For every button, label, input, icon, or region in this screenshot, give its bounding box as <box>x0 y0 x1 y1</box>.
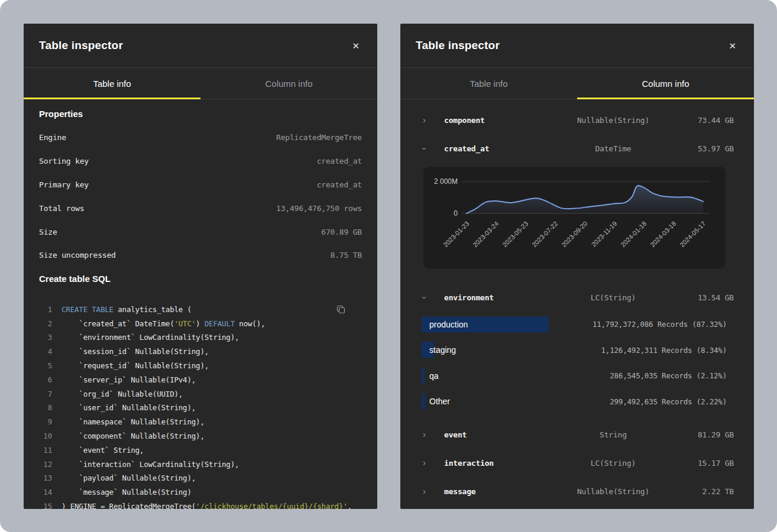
column-row-message[interactable]: › message Nullable(String) 2.22 TB <box>416 477 739 505</box>
column-info-content: › component Nullable(String) 73.44 GB › … <box>400 99 754 509</box>
column-name: created_at <box>444 144 556 153</box>
created-at-chart-card: 2 000M02023-01-232023-03-242023-05-23202… <box>423 167 726 269</box>
copy-icon[interactable] <box>335 304 347 317</box>
table-inspector-dialog-table-info: Table inspector ✕ Table info Column info… <box>24 24 377 509</box>
sql-line-number: 5 <box>39 359 52 373</box>
column-size: 81.29 GB <box>670 430 739 439</box>
svg-text:2 000M: 2 000M <box>434 177 458 186</box>
sql-line-code: `interaction` LowCardinality(String), <box>61 458 239 472</box>
property-label: Size <box>39 228 57 236</box>
svg-text:2023-03-24: 2023-03-24 <box>471 220 500 248</box>
column-name: message <box>444 487 556 496</box>
property-row: Size 670.89 GB <box>39 220 362 244</box>
sql-lines: 1 CREATE TABLE analytics_table ( 2 `crea… <box>39 303 362 509</box>
svg-text:2024-01-18: 2024-01-18 <box>619 220 648 248</box>
column-size: 2.22 TB <box>670 487 739 496</box>
column-type: LC(String) <box>556 293 670 302</box>
column-type: DateTime <box>556 144 670 153</box>
sql-line-code: `environment` LowCardinality(String), <box>61 330 239 345</box>
tab-bar: Table info Column info <box>24 68 377 99</box>
column-type: Nullable(String) <box>556 487 670 496</box>
sql-line-code: `user_id` Nullable(String), <box>61 401 196 415</box>
sql-line: 6 `server_ip` Nullable(IPv4), <box>39 373 362 387</box>
property-label: Total rows <box>39 204 84 213</box>
environment-value-distribution: production 11,792,372,086 Records (87.32… <box>416 312 739 414</box>
column-row-created_at[interactable]: › created_at DateTime 53.97 GB <box>416 134 739 163</box>
property-value: created_at <box>317 157 362 166</box>
property-row: Size uncompressed 8.75 TB <box>39 244 362 267</box>
chevron-down-icon[interactable]: › <box>420 296 429 299</box>
property-row: Total rows 13,496,476,750 rows <box>39 196 362 220</box>
tab-table-info[interactable]: Table info <box>400 68 577 99</box>
value-distribution-row: qa 286,545,035 Records (2.12%) <box>416 363 739 389</box>
close-icon[interactable]: ✕ <box>349 39 362 53</box>
tab-table-info[interactable]: Table info <box>24 68 200 99</box>
svg-text:0: 0 <box>454 209 458 218</box>
sql-line-number: 15 <box>39 499 52 509</box>
sql-line: 15 ) ENGINE = ReplicatedMergeTree('/clic… <box>39 499 362 509</box>
sql-line-code: `request_id` Nullable(String), <box>61 359 209 373</box>
value-label: Other <box>422 397 450 406</box>
value-label: production <box>422 320 468 329</box>
dialog-header: Table inspector ✕ <box>400 24 754 68</box>
column-name: interaction <box>444 459 556 468</box>
chevron-right-icon[interactable]: › <box>423 430 426 439</box>
sql-line-number: 3 <box>39 330 52 345</box>
value-distribution-row: Other 299,492,635 Records (2.22%) <box>416 389 739 415</box>
column-row-event[interactable]: › event String 81.29 GB <box>416 420 739 449</box>
table-info-content: Properties Engine ReplicatedMergeTree So… <box>24 99 377 509</box>
sql-line-number: 8 <box>39 401 52 415</box>
value-distribution-row: staging 1,126,492,311 Records (8.34%) <box>416 338 739 364</box>
sql-line: 7 `org_id` Nullable(UUID), <box>39 387 362 401</box>
sql-line-number: 11 <box>39 443 52 458</box>
sql-line-code: `server_ip` Nullable(IPv4), <box>61 373 196 387</box>
sql-line-code: `message` Nullable(String) <box>61 485 192 499</box>
close-icon[interactable]: ✕ <box>726 39 739 53</box>
sql-line: 13 `payload` Nullable(String), <box>39 471 362 485</box>
column-row-component[interactable]: › component Nullable(String) 73.44 GB <box>416 106 739 134</box>
chevron-right-icon[interactable]: › <box>423 115 426 124</box>
svg-text:2023-09-20: 2023-09-20 <box>560 220 588 248</box>
property-value: ReplicatedMergeTree <box>276 133 362 142</box>
value-label: qa <box>422 371 439 381</box>
column-size: 15.17 GB <box>670 459 739 468</box>
tab-bar: Table info Column info <box>400 68 754 99</box>
properties-heading: Properties <box>39 109 362 119</box>
tab-column-info[interactable]: Column info <box>577 68 754 99</box>
property-row: Engine ReplicatedMergeTree <box>39 126 362 150</box>
sql-line-number: 13 <box>39 471 52 485</box>
sql-line: 11 `event` String, <box>39 443 362 458</box>
sql-line-number: 10 <box>39 429 52 443</box>
sql-code-block: 1 CREATE TABLE analytics_table ( 2 `crea… <box>39 303 362 509</box>
column-size: 53.97 GB <box>670 144 739 153</box>
sql-line-code: `event` String, <box>61 443 144 458</box>
svg-text:2023-11-19: 2023-11-19 <box>590 220 619 248</box>
dialog-title: Table inspector <box>416 39 500 52</box>
property-label: Sorting key <box>39 157 89 166</box>
chevron-down-icon[interactable]: › <box>420 147 429 150</box>
column-size: 13.54 GB <box>670 293 739 302</box>
tab-column-info[interactable]: Column info <box>200 68 377 99</box>
svg-text:2023-07-22: 2023-07-22 <box>530 220 559 248</box>
chevron-right-icon[interactable]: › <box>423 458 426 467</box>
column-row-environment[interactable]: › environment LC(String) 13.54 GB <box>416 283 739 312</box>
chevron-right-icon[interactable]: › <box>423 486 426 495</box>
property-value: 13,496,476,750 rows <box>276 204 362 213</box>
sql-line-number: 4 <box>39 345 52 359</box>
sql-line-code: `component` Nullable(String), <box>61 429 205 443</box>
sql-line-code: `payload` Nullable(String), <box>61 471 196 485</box>
value-records-count: 1,126,492,311 Records (8.34%) <box>601 346 739 355</box>
column-row-interaction[interactable]: › interaction LC(String) 15.17 GB <box>416 449 739 477</box>
sql-line: 3 `environment` LowCardinality(String), <box>39 330 362 345</box>
property-row: Primary key created_at <box>39 173 362 197</box>
sql-line-number: 2 <box>39 317 52 331</box>
value-distribution-row: production 11,792,372,086 Records (87.32… <box>416 312 739 338</box>
property-label: Size uncompressed <box>39 251 116 259</box>
sql-line-number: 14 <box>39 485 52 499</box>
sql-line-code: CREATE TABLE analytics_table ( <box>61 303 192 317</box>
sql-line: 2 `created_at` DateTime('UTC') DEFAULT n… <box>39 317 362 331</box>
column-type: Nullable(String) <box>556 116 670 125</box>
svg-text:2024-05-17: 2024-05-17 <box>678 220 707 248</box>
value-label: staging <box>422 345 456 355</box>
dialog-title: Table inspector <box>39 39 123 52</box>
